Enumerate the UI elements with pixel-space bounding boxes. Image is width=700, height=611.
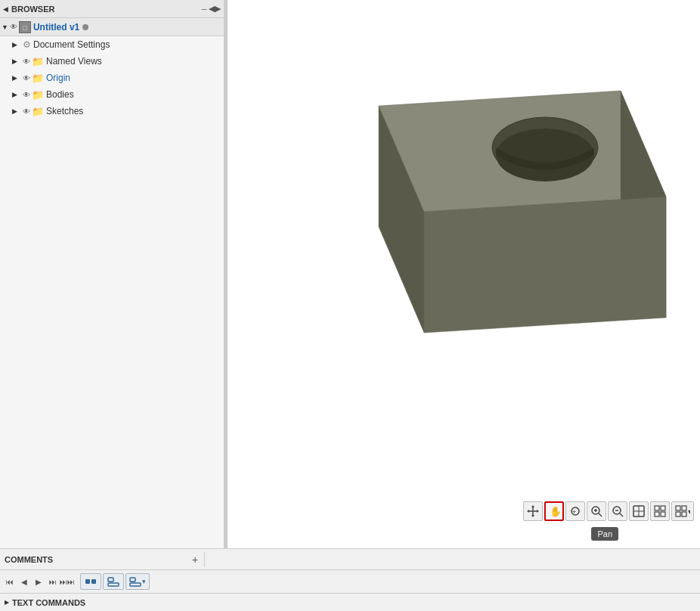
text-commands-bar: ▶ TEXT COMMANDS — [0, 593, 700, 611]
text-commands-arrow[interactable]: ▶ — [5, 599, 9, 606]
doc-settings-dot[interactable] — [82, 24, 88, 30]
svg-line-20 — [620, 513, 623, 516]
svg-marker-8 — [531, 505, 534, 507]
pan-tool-button[interactable]: ✋ — [544, 501, 564, 521]
origin-label: Origin — [46, 73, 70, 83]
svg-rect-35 — [91, 579, 96, 584]
bodies-label: Bodies — [46, 89, 74, 100]
timeline-icon-3[interactable]: ▾ — [125, 573, 150, 590]
document-row[interactable]: ▼ 👁 □ Untitled v1 — [0, 18, 224, 36]
svg-line-16 — [599, 513, 602, 516]
svg-rect-34 — [85, 579, 90, 584]
svg-text:✋: ✋ — [550, 505, 560, 517]
svg-text:▾: ▾ — [142, 578, 146, 585]
svg-rect-26 — [661, 506, 665, 510]
sketches-label: Sketches — [46, 106, 83, 116]
prev-button[interactable]: ◀ — [17, 575, 31, 588]
svg-marker-2 — [424, 197, 666, 333]
next-end-button[interactable]: ⏭⏭ — [60, 575, 74, 588]
comments-label: COMMENTS — [0, 555, 189, 564]
svg-rect-36 — [108, 578, 113, 582]
browser-header: ◀ BROWSER – ◀▶ — [0, 0, 224, 18]
sketches-eye-icon[interactable]: 👁 — [23, 107, 30, 116]
svg-rect-31 — [676, 512, 680, 516]
tree-item-doc-settings[interactable]: ▶ ⚙ Document Settings — [0, 36, 224, 53]
3d-model — [318, 45, 696, 371]
bodies-folder-icon: 📁 — [32, 89, 44, 101]
tree-item-origin[interactable]: ▶ 👁 📁 Origin — [0, 70, 224, 86]
svg-rect-28 — [661, 512, 665, 516]
bodies-eye-icon[interactable]: 👁 — [23, 91, 30, 99]
browser-minimize-icon[interactable]: – — [202, 4, 206, 14]
svg-rect-38 — [130, 578, 135, 582]
svg-text:▾: ▾ — [688, 507, 690, 516]
svg-rect-27 — [655, 512, 659, 516]
svg-marker-11 — [537, 510, 539, 513]
comments-bar: COMMENTS + — [0, 549, 700, 570]
timeline-icon-1[interactable] — [80, 573, 101, 590]
named-views-eye-icon[interactable]: 👁 — [23, 57, 30, 66]
bodies-arrow: ▶ — [12, 91, 23, 98]
tree-item-named-views[interactable]: ▶ 👁 📁 Named Views — [0, 53, 224, 70]
grid-button[interactable] — [650, 501, 670, 521]
svg-text:+: + — [572, 508, 576, 516]
svg-rect-39 — [130, 583, 141, 586]
bottom-toolbar: ⏮ ◀ ▶ ⏭ ⏭⏭ — [0, 570, 700, 593]
bottom-area: COMMENTS + ⏮ ◀ ▶ ⏭ ⏭⏭ — [0, 548, 700, 611]
svg-rect-29 — [676, 506, 680, 510]
comments-add-button[interactable]: + — [189, 554, 201, 566]
origin-arrow: ▶ — [12, 74, 23, 82]
play-controls: ⏮ ◀ ▶ ⏭ ⏭⏭ — [3, 575, 74, 588]
svg-rect-30 — [682, 506, 686, 510]
browser-title: BROWSER — [11, 5, 202, 14]
svg-marker-10 — [527, 510, 529, 513]
svg-rect-37 — [108, 583, 119, 586]
next-button[interactable]: ⏭ — [46, 575, 60, 588]
orbit-tool-button[interactable]: + — [565, 501, 585, 521]
browser-collapse-icon[interactable]: ◀▶ — [209, 4, 221, 14]
svg-rect-25 — [655, 506, 659, 510]
svg-rect-32 — [682, 512, 686, 516]
named-views-arrow: ▶ — [12, 57, 23, 65]
doc-expand-arrow[interactable]: ▼ — [2, 23, 8, 31]
named-views-label: Named Views — [46, 56, 102, 67]
tree-item-bodies[interactable]: ▶ 👁 📁 Bodies — [0, 86, 224, 103]
doc-settings-gear-icon: ⚙ — [23, 39, 31, 50]
timeline-icon-2[interactable] — [103, 573, 124, 590]
doc-cube-icon: □ — [19, 21, 31, 33]
viewport: ✋ + — [228, 0, 700, 548]
browser-collapse-arrow[interactable]: ◀ — [3, 5, 8, 13]
text-commands-label: TEXT COMMANDS — [12, 598, 85, 607]
comments-divider — [204, 552, 205, 567]
doc-settings-label: Document Settings — [33, 39, 110, 50]
viewport-bottom-controls: ✋ + — [523, 501, 694, 521]
named-views-folder-icon: 📁 — [32, 56, 44, 67]
origin-eye-icon[interactable]: 👁 — [23, 74, 30, 82]
sketches-folder-icon: 📁 — [32, 106, 44, 117]
zoom-in-button[interactable] — [587, 501, 606, 521]
sketches-arrow: ▶ — [12, 107, 23, 115]
timeline-icons: ▾ — [80, 573, 150, 590]
svg-point-5 — [496, 129, 594, 181]
zoom-out-button[interactable] — [608, 501, 627, 521]
move-tool-button[interactable] — [523, 501, 543, 521]
document-title: Untitled v1 — [33, 22, 79, 33]
origin-folder-icon: 📁 — [32, 73, 44, 84]
more-button[interactable]: ▾ — [671, 501, 694, 521]
doc-visibility-icon[interactable]: 👁 — [10, 23, 17, 31]
display-mode-button[interactable] — [629, 501, 649, 521]
prev-start-button[interactable]: ⏮ — [3, 575, 17, 588]
play-button[interactable]: ▶ — [32, 575, 45, 588]
tree-item-sketches[interactable]: ▶ 👁 📁 Sketches — [0, 103, 224, 119]
doc-settings-arrow: ▶ — [12, 41, 23, 48]
svg-marker-9 — [531, 515, 534, 517]
pan-tooltip: Pan — [591, 527, 618, 541]
